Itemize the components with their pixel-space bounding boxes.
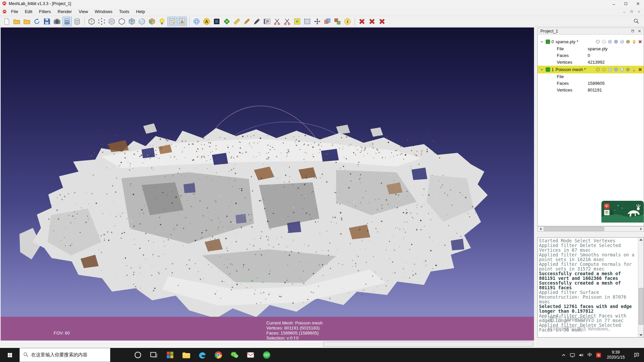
log-scrollbar[interactable] bbox=[638, 238, 644, 337]
menu-item-file[interactable]: File bbox=[8, 8, 21, 15]
draw-smooth-icon[interactable] bbox=[137, 17, 147, 26]
select-faces-icon[interactable] bbox=[177, 17, 187, 26]
layer-points-icon[interactable] bbox=[601, 67, 606, 72]
layer-flat-icon[interactable] bbox=[613, 39, 619, 45]
layer-bbox-icon[interactable] bbox=[595, 39, 600, 45]
menu-item-windows[interactable]: Windows bbox=[91, 8, 116, 15]
raster-mode-icon[interactable] bbox=[72, 17, 82, 26]
import-mesh-icon[interactable] bbox=[22, 17, 32, 26]
menu-item-help[interactable]: Help bbox=[132, 8, 148, 15]
taskbar-search[interactable]: 在这里输入你要搜索的内容 bbox=[19, 348, 110, 362]
scroll-down-arrow-icon[interactable] bbox=[639, 334, 643, 336]
maximize-button[interactable] bbox=[620, 0, 632, 7]
vscroll-thumb[interactable] bbox=[639, 288, 643, 325]
file-explorer-icon[interactable] bbox=[178, 348, 194, 362]
layer-bbox-icon[interactable] bbox=[595, 67, 600, 72]
browser-icon[interactable] bbox=[259, 348, 275, 362]
chrome-icon[interactable] bbox=[210, 348, 226, 362]
start-button[interactable] bbox=[0, 348, 19, 362]
minimize-button[interactable] bbox=[608, 0, 620, 7]
mdi-restore-button[interactable] bbox=[628, 9, 635, 15]
light-toggle-icon[interactable] bbox=[157, 17, 167, 26]
cortana-icon[interactable] bbox=[130, 348, 146, 362]
menu-item-filters[interactable]: Filters bbox=[36, 8, 54, 15]
z-painting-icon[interactable] bbox=[252, 17, 262, 26]
shader-icon[interactable] bbox=[212, 17, 221, 26]
draw-bbox-icon[interactable] bbox=[87, 17, 96, 26]
layer-color-icon[interactable] bbox=[631, 39, 637, 45]
volume-icon[interactable] bbox=[577, 348, 585, 362]
layer-delete-icon[interactable] bbox=[637, 67, 643, 72]
project-panel-header[interactable]: Project_1 bbox=[537, 27, 644, 35]
manipulator-icon[interactable] bbox=[313, 17, 322, 26]
draw-texture-icon[interactable] bbox=[147, 17, 157, 26]
layer-smooth-icon[interactable] bbox=[619, 39, 625, 45]
layer-texture-icon[interactable] bbox=[625, 67, 631, 72]
new-project-icon[interactable] bbox=[2, 17, 11, 26]
menu-item-tools[interactable]: Tools bbox=[116, 8, 132, 15]
layer-row-0[interactable]: 0sparse.ply * bbox=[538, 38, 644, 46]
info-icon[interactable] bbox=[343, 17, 352, 26]
quality-mapper-icon[interactable] bbox=[262, 17, 272, 26]
device-icon[interactable] bbox=[568, 348, 576, 362]
delete-selected-faces-vertices-icon[interactable] bbox=[377, 17, 387, 26]
close-button[interactable] bbox=[632, 0, 644, 7]
draw-hidden-lines-icon[interactable] bbox=[117, 17, 126, 26]
chevron-down-icon[interactable] bbox=[540, 68, 544, 71]
mdi-close-button[interactable] bbox=[636, 9, 642, 15]
layer-list-hscrollbar[interactable] bbox=[537, 226, 644, 232]
viewport-3d[interactable]: FOV: 60 FPS: 12.6 Current Mesh: Poisson … bbox=[1, 27, 534, 341]
scroll-right-arrow-icon[interactable] bbox=[638, 227, 644, 231]
store-app-icon[interactable] bbox=[162, 348, 178, 362]
delete-selected-faces-icon[interactable] bbox=[357, 17, 367, 26]
menu-item-edit[interactable]: Edit bbox=[21, 8, 36, 15]
open-project-icon[interactable] bbox=[12, 17, 21, 26]
select-vertexes-icon[interactable] bbox=[167, 17, 177, 26]
menu-item-render[interactable]: Render bbox=[54, 8, 75, 15]
sogou-icon[interactable] bbox=[594, 348, 602, 362]
layer-delete-icon[interactable] bbox=[637, 39, 643, 45]
hscroll-thumb[interactable] bbox=[544, 227, 604, 231]
layer-row-1[interactable]: 1Poisson mesh * bbox=[538, 66, 644, 73]
select-brush-icon[interactable] bbox=[282, 17, 292, 26]
layer-texture-icon[interactable] bbox=[625, 39, 631, 45]
scroll-left-arrow-icon[interactable] bbox=[538, 227, 543, 231]
rect-select-icon[interactable] bbox=[303, 17, 312, 26]
trackball-icon[interactable] bbox=[192, 17, 201, 26]
menu-item-view[interactable]: View bbox=[75, 8, 91, 15]
wechat-icon[interactable] bbox=[226, 348, 243, 362]
reload-mesh-icon[interactable] bbox=[32, 17, 42, 26]
filter-script-icon[interactable] bbox=[222, 17, 231, 26]
scroll-up-arrow-icon[interactable] bbox=[639, 239, 643, 241]
refine-tool-icon[interactable] bbox=[333, 17, 342, 26]
layer-points-icon[interactable] bbox=[601, 39, 606, 45]
layer-flat-icon[interactable] bbox=[613, 67, 619, 72]
dock-close-button[interactable] bbox=[637, 28, 642, 34]
layer-color-icon[interactable] bbox=[631, 67, 637, 72]
fill-color-icon[interactable] bbox=[292, 17, 302, 26]
select-component-icon[interactable] bbox=[272, 17, 282, 26]
search-filter-button[interactable] bbox=[632, 17, 641, 25]
layer-wireframe-icon[interactable] bbox=[607, 67, 612, 72]
align-tool-icon[interactable] bbox=[323, 17, 332, 26]
hscroll-track[interactable] bbox=[543, 227, 638, 231]
delete-selected-vertices-icon[interactable] bbox=[367, 17, 377, 26]
layer-smooth-icon[interactable] bbox=[619, 67, 625, 72]
ambient-occlusion-icon[interactable] bbox=[202, 17, 211, 26]
draw-flat-lines-icon[interactable] bbox=[127, 17, 137, 26]
action-center-button[interactable] bbox=[629, 348, 644, 362]
mdi-minimize-button[interactable] bbox=[621, 9, 628, 15]
draw-wireframe-icon[interactable] bbox=[107, 17, 116, 26]
measure-tool-icon[interactable] bbox=[232, 17, 241, 26]
save-snapshot-icon[interactable] bbox=[52, 17, 62, 26]
mail-icon[interactable] bbox=[243, 348, 259, 362]
edge-icon[interactable] bbox=[194, 348, 210, 362]
show-layer-dialog-icon[interactable] bbox=[62, 17, 72, 26]
save-mesh-icon[interactable] bbox=[42, 17, 52, 26]
layer-wireframe-icon[interactable] bbox=[607, 39, 612, 45]
pick-points-icon[interactable] bbox=[242, 17, 252, 26]
dock-float-button[interactable] bbox=[630, 28, 636, 34]
taskbar-clock[interactable]: 9:39 2020/1/15 bbox=[602, 348, 629, 362]
hidden-icons-icon[interactable] bbox=[559, 348, 568, 362]
ime-indicator[interactable]: 中 bbox=[586, 348, 594, 362]
